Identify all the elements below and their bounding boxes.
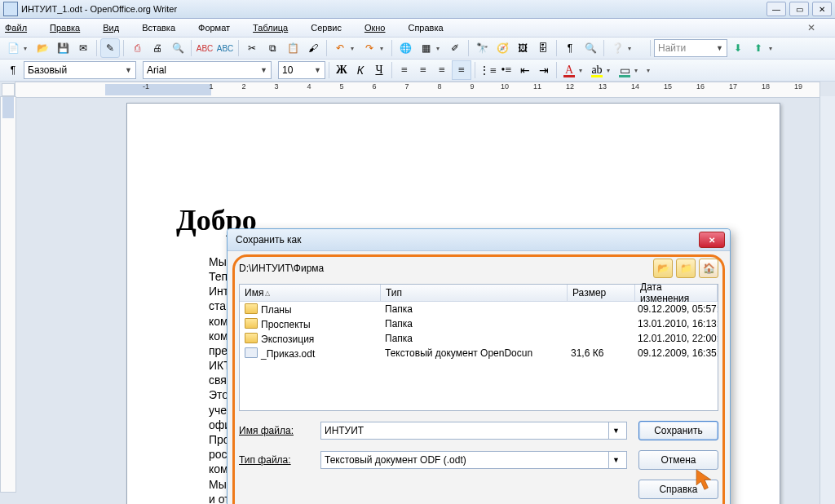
chevron-down-icon[interactable]: ▼ [312, 66, 323, 74]
align-justify-button[interactable]: ≡ [452, 60, 471, 80]
chevron-down-icon[interactable]: ▼ [608, 452, 623, 468]
gallery-icon[interactable]: 🖼 [513, 38, 532, 58]
copy-icon[interactable]: ⧉ [263, 38, 282, 58]
maximize-button[interactable]: ▭ [789, 2, 809, 16]
bgcolor-button[interactable]: ▭ [616, 61, 634, 79]
chevron-down-icon[interactable]: ▼ [123, 66, 134, 74]
file-row[interactable]: _Приказ.odtТекстовый документ OpenDocun3… [240, 346, 718, 360]
horizontal-ruler[interactable]: -112345678910111213141516171819 [15, 82, 820, 98]
paste-icon[interactable]: 📋 [283, 38, 303, 58]
col-size[interactable]: Размер [568, 285, 635, 301]
chevron-down-icon[interactable]: ▼ [258, 66, 269, 74]
font-color-button[interactable]: А [560, 61, 578, 79]
export-pdf-icon[interactable]: ⎙ [127, 38, 147, 58]
tab-stop-button[interactable] [2, 83, 15, 96]
fmt-toolbar-more[interactable]: ▾ [647, 67, 655, 74]
increase-indent-button[interactable]: ⇥ [535, 61, 553, 79]
align-right-button[interactable]: ≡ [433, 61, 451, 79]
chevron-down-icon[interactable]: ▼ [714, 44, 725, 52]
find-toolbar-more[interactable]: ▾ [769, 45, 777, 52]
file-list[interactable]: Имя△ Тип Размер Дата изменения ПланыПапк… [239, 284, 718, 411]
underline-button[interactable]: Ч [370, 61, 388, 79]
redo-dropdown[interactable]: ▾ [380, 45, 388, 52]
vertical-ruler[interactable] [0, 96, 16, 493]
drawing-icon[interactable]: ✐ [445, 38, 465, 58]
font-name-combo[interactable]: Arial ▼ [143, 61, 272, 79]
table-dropdown[interactable]: ▾ [436, 45, 444, 52]
menu-help[interactable]: Справка [408, 23, 454, 33]
save-icon[interactable]: 💾 [53, 38, 73, 58]
filename-input[interactable]: ИНТУИТ ▼ [320, 422, 627, 440]
styles-icon[interactable]: ¶ [3, 60, 23, 80]
find-prev-icon[interactable]: ⬆ [749, 38, 768, 58]
undo-icon[interactable]: ↶ [330, 38, 350, 58]
new-folder-button[interactable]: 📁 [676, 259, 696, 278]
menu-window[interactable]: Окно [364, 23, 397, 33]
menu-insert[interactable]: Вставка [142, 23, 187, 33]
home-button[interactable]: 🏠 [699, 259, 718, 278]
cancel-button[interactable]: Отмена [638, 450, 718, 470]
close-button[interactable]: ✕ [812, 2, 832, 16]
menu-view[interactable]: Вид [103, 23, 130, 33]
edit-mode-icon[interactable]: ✎ [100, 38, 120, 58]
font-size-combo[interactable]: 10 ▼ [278, 61, 325, 79]
dialog-titlebar[interactable]: Сохранить как ✕ [228, 229, 730, 251]
file-row[interactable]: ЭкспозицияПапка12.01.2010, 22:00:03 [240, 331, 718, 346]
menu-format[interactable]: Формат [198, 23, 241, 33]
list-header[interactable]: Имя△ Тип Размер Дата изменения [240, 285, 718, 302]
file-row[interactable]: ПроспектыПапка13.01.2010, 16:13:24 [240, 316, 718, 331]
align-left-button[interactable]: ≡ [395, 61, 413, 79]
zoom-icon[interactable]: 🔍 [581, 38, 600, 58]
highlight-dropdown[interactable]: ▾ [607, 67, 615, 74]
format-paint-icon[interactable]: 🖌 [303, 38, 323, 58]
col-type[interactable]: Тип [381, 285, 568, 301]
doc-close-icon[interactable]: ✕ [807, 22, 819, 33]
bold-button[interactable]: Ж [333, 61, 351, 79]
mail-icon[interactable]: ✉ [73, 38, 93, 58]
save-button[interactable]: Сохранить [638, 421, 718, 440]
menu-edit[interactable]: Правка [50, 23, 91, 33]
highlight-button[interactable]: ab [588, 61, 606, 79]
table-icon[interactable]: ▦ [416, 38, 435, 58]
open-icon[interactable]: 📂 [33, 38, 52, 58]
up-folder-button[interactable]: 📂 [653, 259, 673, 278]
dialog-close-button[interactable]: ✕ [699, 232, 725, 248]
nonprinting-icon[interactable]: ¶ [560, 38, 580, 58]
spellcheck-icon[interactable]: ABC [195, 38, 214, 58]
help-icon[interactable]: ❔ [607, 38, 627, 58]
undo-dropdown[interactable]: ▾ [351, 45, 359, 52]
minimize-button[interactable]: ― [767, 2, 786, 16]
list-bulleted-button[interactable]: •≡ [497, 61, 515, 79]
print-icon[interactable]: 🖨 [148, 38, 167, 58]
file-row[interactable]: ПланыПапка09.12.2009, 05:57:19 [240, 302, 718, 316]
align-center-button[interactable]: ≡ [414, 61, 432, 79]
redo-icon[interactable]: ↷ [360, 38, 379, 58]
chevron-down-icon[interactable]: ▼ [608, 422, 623, 439]
col-date[interactable]: Дата изменения [635, 285, 718, 301]
new-dropdown[interactable]: ▾ [24, 45, 32, 52]
navigator-icon[interactable]: 🧭 [493, 38, 512, 58]
italic-button[interactable]: К [351, 61, 369, 79]
menu-file[interactable]: Файл [5, 23, 38, 33]
fontcolor-dropdown[interactable]: ▾ [579, 67, 587, 74]
find-field[interactable]: Найти ▼ [654, 39, 727, 57]
cut-icon[interactable]: ✂ [242, 38, 262, 58]
datasources-icon[interactable]: 🗄 [533, 38, 553, 58]
menu-table[interactable]: Таблица [253, 23, 299, 33]
find-next-icon[interactable]: ⬇ [728, 38, 748, 58]
autospell-icon[interactable]: ABC [215, 38, 235, 58]
help-button[interactable]: Справка [638, 480, 718, 499]
filetype-combo[interactable]: Текстовый документ ODF (.odt) ▼ [320, 451, 627, 469]
toolbar-more[interactable]: ▾ [628, 45, 636, 52]
vertical-scrollbar[interactable] [820, 96, 835, 504]
col-name[interactable]: Имя△ [240, 285, 381, 301]
find-icon[interactable]: 🔭 [472, 38, 492, 58]
bgcolor-dropdown[interactable]: ▾ [634, 67, 643, 74]
list-numbered-button[interactable]: ⋮≡ [479, 61, 497, 79]
preview-icon[interactable]: 🔍 [168, 38, 188, 58]
hyperlink-icon[interactable]: 🌐 [395, 38, 415, 58]
new-doc-icon[interactable]: 📄 [3, 38, 23, 58]
paragraph-style-combo[interactable]: Базовый ▼ [24, 61, 136, 79]
menu-tools[interactable]: Сервис [311, 23, 353, 33]
decrease-indent-button[interactable]: ⇤ [516, 61, 534, 79]
